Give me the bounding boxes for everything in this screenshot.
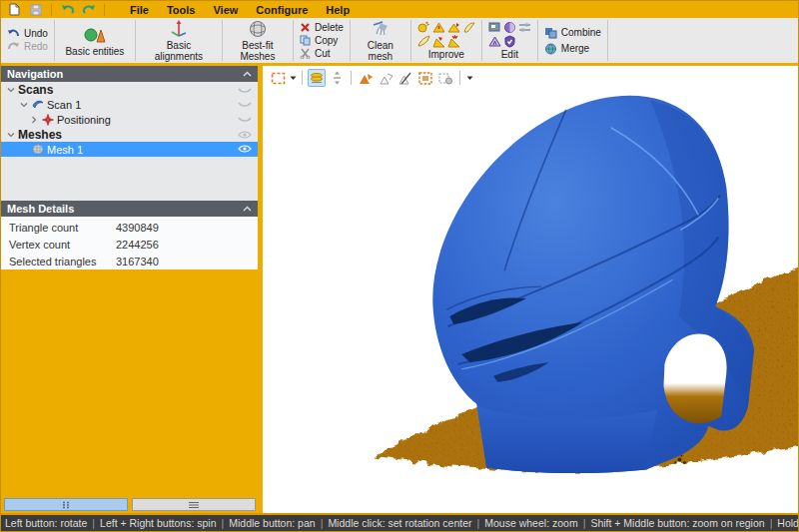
chevron-right-icon[interactable] — [29, 115, 39, 125]
combine-button[interactable]: Combine — [544, 27, 601, 39]
detail-row-selected-triangles: Selected triangles 3167340 — [1, 253, 258, 269]
main-toolbar: Undo Redo Basic entities — [1, 18, 798, 66]
navigation-title: Navigation — [7, 68, 63, 80]
invert-selection-icon[interactable] — [397, 69, 414, 87]
tree-item-label: Mesh 1 — [47, 144, 83, 156]
delete-x-icon — [300, 22, 311, 33]
quickbar-separator — [51, 4, 52, 16]
redo-button[interactable]: Redo — [7, 41, 48, 53]
undo-arrow-icon — [7, 29, 20, 40]
eye-open-icon[interactable] — [238, 144, 252, 155]
eye-closed-icon[interactable] — [238, 114, 252, 125]
improve-warning-triangle-icon[interactable] — [432, 21, 445, 34]
eye-closed-icon[interactable] — [238, 84, 252, 95]
improve-sphere-icon[interactable] — [417, 21, 430, 34]
combine-squares-icon — [544, 27, 557, 39]
dropdown-caret-icon[interactable] — [465, 69, 473, 87]
tree-item-positioning[interactable]: Positioning — [1, 112, 258, 127]
navigation-header[interactable]: Navigation — [1, 66, 258, 82]
tree-item-scan-1[interactable]: Scan 1 — [1, 97, 258, 112]
viewport-3d[interactable] — [263, 66, 798, 513]
menu-tools[interactable]: Tools — [158, 3, 205, 17]
detail-label: Vertex count — [1, 239, 116, 251]
panel-tab-grip[interactable] — [4, 498, 128, 511]
detail-row-vertex-count: Vertex count 2244256 — [1, 236, 258, 253]
mesh-icon — [31, 144, 44, 156]
edit-triangle-a-icon[interactable] — [488, 35, 501, 48]
quick-access-toolbar — [1, 3, 113, 17]
combine-merge-group: Combine Merge — [538, 18, 607, 63]
chevron-down-icon[interactable] — [6, 85, 16, 95]
panel-tab-list[interactable] — [132, 498, 256, 511]
menu-file[interactable]: File — [121, 3, 158, 17]
edit-sliders-icon[interactable] — [518, 21, 531, 34]
selection-options-icon[interactable] — [436, 69, 454, 87]
scene-3d[interactable] — [263, 66, 798, 513]
menu-help[interactable]: Help — [317, 3, 359, 17]
toolbar-separator — [607, 20, 608, 61]
helmet-mesh[interactable] — [432, 96, 754, 473]
improve-flag-spikes-icon[interactable] — [447, 35, 460, 48]
edit-screen-icon[interactable] — [488, 21, 501, 34]
helmet-arch-cutout — [663, 334, 726, 424]
mesh-details-header[interactable]: Mesh Details — [1, 201, 258, 217]
viewport-toolbar — [269, 68, 473, 88]
left-panel: Navigation Scans Scan 1 Positioning — [1, 66, 258, 513]
improve-triangle-arrow-icon[interactable] — [447, 21, 460, 34]
tree-item-label: Positioning — [57, 114, 111, 126]
undo-icon[interactable] — [60, 3, 75, 17]
basic-alignments-icon — [170, 19, 188, 39]
collapse-chevron-icon[interactable] — [243, 206, 252, 212]
new-document-icon[interactable] — [7, 3, 22, 17]
save-icon[interactable] — [28, 3, 43, 17]
detail-row-triangle-count: Triangle count 4390849 — [1, 219, 258, 236]
mesh-details-body: Triangle count 4390849 Vertex count 2244… — [1, 217, 258, 269]
chevron-down-icon[interactable] — [6, 130, 16, 140]
grip-dots-icon — [62, 501, 70, 509]
select-all-icon[interactable] — [416, 69, 434, 87]
edit-caption: Edit — [501, 49, 518, 60]
improve-caption: Improve — [428, 49, 464, 60]
menu-configure[interactable]: Configure — [247, 3, 317, 17]
tree-item-meshes[interactable]: Meshes — [1, 127, 258, 142]
collapse-chevron-icon[interactable] — [243, 71, 252, 77]
select-surface-icon[interactable] — [328, 69, 346, 87]
scan-icon — [31, 99, 44, 111]
tree-item-label: Scans — [18, 83, 53, 97]
rectangle-select-icon[interactable] — [269, 69, 287, 87]
status-bar: Left button: rotate|Left + Right buttons… — [1, 513, 798, 531]
tree-item-mesh-1[interactable]: Mesh 1 — [1, 142, 258, 157]
edit-group: Edit — [482, 18, 537, 63]
edit-check-badge-icon[interactable] — [503, 35, 516, 48]
clean-mesh-button[interactable]: Clean mesh — [351, 18, 410, 63]
chevron-down-icon[interactable] — [19, 100, 29, 110]
redo-icon[interactable] — [81, 3, 96, 17]
improve-flag-arrow-icon[interactable] — [432, 35, 445, 48]
select-through-icon[interactable] — [308, 69, 326, 87]
tree-item-scans[interactable]: Scans — [1, 82, 258, 97]
delete-button[interactable]: Delete — [300, 22, 344, 34]
improve-curved-surface-icon[interactable] — [462, 21, 475, 34]
cut-button[interactable]: Cut — [300, 48, 344, 60]
panel-bottom-tabs — [4, 498, 256, 511]
eye-open-icon[interactable] — [238, 129, 252, 140]
select-triangles-icon[interactable] — [357, 69, 375, 87]
deselect-triangles-icon[interactable] — [377, 69, 395, 87]
viewport-toolbar-separator — [459, 71, 460, 85]
tree-item-label: Meshes — [18, 128, 62, 142]
improve-sheet-icon[interactable] — [417, 35, 430, 48]
mesh-details-title: Mesh Details — [7, 203, 74, 215]
best-fit-meshes-button[interactable]: Best-fit Meshes — [223, 18, 293, 63]
edit-sphere-half-icon[interactable] — [503, 21, 516, 34]
merge-button[interactable]: Merge — [544, 43, 601, 55]
mouse-hints: Left button: rotate|Left + Right buttons… — [5, 517, 799, 529]
copy-button[interactable]: Copy — [300, 35, 344, 47]
quickbar-separator — [104, 4, 105, 16]
eye-closed-icon[interactable] — [238, 99, 252, 110]
basic-alignments-button[interactable]: Basic alignments — [136, 18, 222, 63]
redo-arrow-icon — [7, 42, 20, 53]
basic-entities-button[interactable]: Basic entities — [55, 18, 135, 63]
undo-button[interactable]: Undo — [7, 28, 48, 40]
dropdown-caret-icon[interactable] — [289, 69, 297, 87]
menu-view[interactable]: View — [204, 3, 247, 17]
